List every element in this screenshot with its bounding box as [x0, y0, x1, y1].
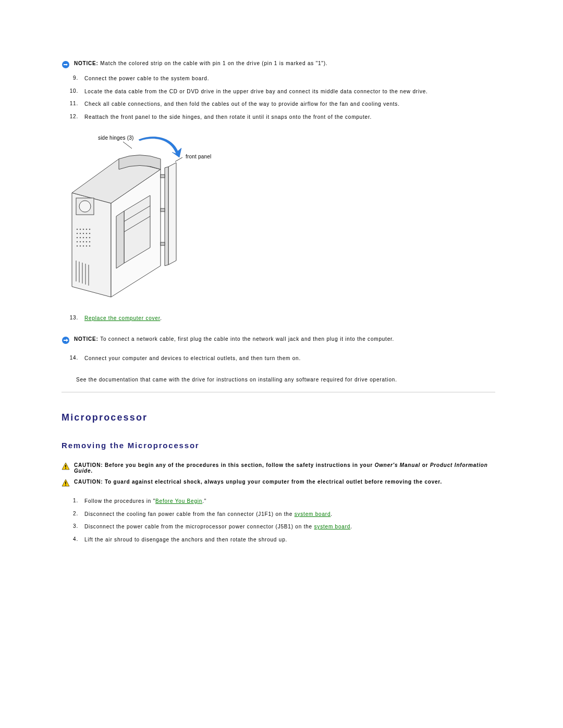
step-12: 12. Reattach the front panel to the side… — [66, 114, 495, 121]
svg-line-2 — [123, 142, 132, 149]
computer-case-diagram: side hinges (3) front panel — [62, 130, 228, 302]
svg-point-17 — [80, 233, 81, 234]
caution-electrical-shock: CAUTION: To guard against electrical sho… — [62, 479, 495, 488]
step-text: Connect the power cable to the system bo… — [84, 75, 495, 83]
svg-point-12 — [80, 229, 81, 230]
replace-cover-link[interactable]: Replace the computer cover — [84, 315, 160, 321]
notice-label: NOTICE: — [74, 336, 99, 342]
callout-side-hinges: side hinges (3) — [98, 135, 134, 141]
svg-point-11 — [77, 229, 78, 230]
step-14: 14. Connect your computer and devices to… — [66, 355, 495, 363]
svg-point-22 — [80, 237, 81, 238]
step-number: 13. — [66, 315, 78, 320]
step-3: 3. Disconnect the power cable from the m… — [66, 523, 495, 531]
step-pre: Disconnect the cooling fan power cable f… — [84, 511, 295, 517]
svg-point-24 — [86, 237, 87, 238]
svg-point-23 — [83, 237, 84, 238]
svg-rect-1 — [64, 64, 66, 65]
step-pre: Disconnect the power cable from the micr… — [84, 524, 314, 529]
step-tail: . — [331, 511, 333, 517]
svg-point-32 — [80, 245, 81, 246]
section-divider — [62, 392, 495, 392]
step-number: 3. — [66, 523, 78, 529]
svg-point-31 — [77, 245, 78, 246]
caution-icon — [62, 462, 70, 472]
step-1: 1. Follow the procedures in "Before You … — [66, 498, 495, 505]
caution-icon — [62, 479, 70, 488]
step-text: Reattach the front panel to the side hin… — [84, 114, 495, 121]
step-text: Locate the data cable from the CD or DVD… — [84, 88, 495, 96]
step-body: Follow the procedures in "Before You Beg… — [84, 498, 495, 505]
svg-point-13 — [83, 229, 84, 230]
steps-1-4: 1. Follow the procedures in "Before You … — [62, 498, 495, 544]
step-number: 12. — [66, 114, 78, 119]
figure-front-panel: side hinges (3) front panel — [62, 130, 495, 303]
step-tail: . — [350, 524, 352, 529]
caution-tail: . — [91, 468, 93, 474]
callout-front-panel: front panel — [186, 154, 211, 159]
step-9: 9. Connect the power cable to the system… — [66, 75, 495, 83]
notice-pin1: NOTICE: Match the colored strip on the c… — [62, 60, 495, 70]
svg-point-35 — [89, 245, 90, 246]
step-number: 1. — [66, 498, 78, 503]
svg-point-20 — [89, 233, 90, 234]
step-number: 2. — [66, 511, 78, 516]
svg-point-30 — [89, 241, 90, 242]
caution-body: CAUTION: To guard against electrical sho… — [74, 479, 442, 485]
svg-point-18 — [83, 233, 84, 234]
svg-rect-42 — [64, 340, 66, 341]
section-heading-microprocessor: Microprocessor — [62, 412, 495, 423]
step-pre: Follow the procedures in " — [84, 498, 155, 504]
system-board-link[interactable]: system board — [295, 511, 331, 517]
step-number: 10. — [66, 88, 78, 94]
step-number: 9. — [66, 75, 78, 81]
caution-pre: Before you begin any of the procedures i… — [105, 462, 375, 468]
notice-body: NOTICE: Match the colored strip on the c… — [74, 60, 327, 66]
svg-point-14 — [86, 229, 87, 230]
step-text: Check all cable connections, and then fo… — [84, 101, 495, 108]
svg-point-28 — [83, 241, 84, 242]
svg-rect-6 — [161, 242, 165, 245]
svg-point-27 — [80, 241, 81, 242]
caution-em1: Owner's Manual — [375, 462, 420, 468]
step-text: Lift the air shroud to disengage the anc… — [84, 536, 495, 544]
step-text: Connect your computer and devices to ele… — [84, 355, 495, 363]
svg-line-3 — [175, 157, 182, 162]
notice-label: NOTICE: — [74, 60, 99, 66]
notice-network-cable: NOTICE: To connect a network cable, firs… — [62, 336, 495, 346]
svg-point-16 — [77, 233, 78, 234]
step-body: Disconnect the cooling fan power cable f… — [84, 511, 495, 519]
system-board-link[interactable]: system board — [314, 524, 351, 529]
caution-label: CAUTION: — [74, 479, 103, 485]
step-13: 13. Replace the computer cover. — [66, 315, 495, 323]
caution-body: CAUTION: Before you begin any of the pro… — [74, 462, 495, 474]
step-number: 4. — [66, 536, 78, 542]
svg-point-10 — [79, 201, 91, 212]
svg-point-26 — [77, 241, 78, 242]
notice-icon — [62, 60, 70, 70]
caution-label: CAUTION: — [74, 462, 103, 468]
step-body: Disconnect the power cable from the micr… — [84, 523, 495, 531]
step-number: 11. — [66, 101, 78, 106]
svg-rect-46 — [65, 485, 66, 486]
notice-text: Match the colored strip on the cable wit… — [100, 60, 327, 66]
svg-point-15 — [89, 229, 90, 230]
before-you-begin-link[interactable]: Before You Begin — [155, 498, 202, 504]
svg-rect-4 — [161, 175, 165, 178]
notice-body: NOTICE: To connect a network cable, firs… — [74, 336, 394, 342]
step-number: 14. — [66, 355, 78, 361]
svg-point-19 — [86, 233, 87, 234]
notice-icon — [62, 336, 70, 346]
step-11: 11. Check all cable connections, and the… — [66, 101, 495, 108]
svg-rect-43 — [65, 465, 66, 467]
step-2: 2. Disconnect the cooling fan power cabl… — [66, 511, 495, 519]
step-10: 10. Locate the data cable from the CD or… — [66, 88, 495, 96]
closing-text: See the documentation that came with the… — [76, 377, 495, 382]
svg-point-21 — [77, 237, 78, 238]
svg-point-33 — [83, 245, 84, 246]
notice-text: To connect a network cable, first plug t… — [100, 336, 394, 342]
svg-rect-5 — [161, 208, 165, 212]
svg-rect-45 — [65, 482, 66, 484]
svg-point-25 — [89, 237, 90, 238]
caution-safety-instructions: CAUTION: Before you begin any of the pro… — [62, 462, 495, 474]
